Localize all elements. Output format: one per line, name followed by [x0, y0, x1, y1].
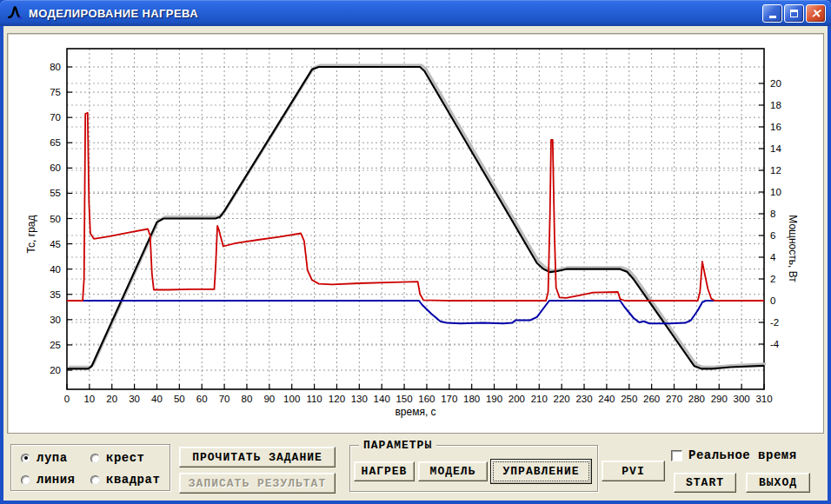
- y-right-tick-label: 8: [770, 209, 775, 219]
- y-right-tick-label: 16: [770, 122, 781, 132]
- client-area: 20253035404550556065707580-4-20246810121…: [3, 26, 828, 501]
- x-tick-label: 170: [441, 394, 457, 404]
- start-button[interactable]: START: [674, 473, 736, 493]
- x-tick-label: 130: [351, 394, 368, 404]
- y-left-axis-title: Тс, град: [25, 215, 37, 253]
- y-left-tick-label: 25: [50, 340, 61, 350]
- x-tick-label: 310: [755, 394, 772, 404]
- checkbox-icon: [671, 450, 682, 461]
- realtime-checkbox[interactable]: Реальное время: [671, 448, 797, 462]
- exit-button[interactable]: ВЫХОД: [746, 473, 810, 493]
- x-tick-label: 190: [486, 394, 502, 404]
- x-tick-label: 0: [64, 394, 70, 404]
- y-right-tick-label: 4: [770, 252, 776, 262]
- x-tick-label: 100: [283, 394, 300, 404]
- radio-icon: [90, 475, 100, 485]
- control-button[interactable]: УПРАВЛЕНИЕ: [490, 459, 592, 484]
- window-controls: ×: [762, 4, 826, 23]
- y-left-tick-label: 75: [50, 87, 61, 97]
- x-tick-label: 50: [174, 394, 185, 404]
- y-right-axis-title: Мощность, Вт: [787, 215, 799, 282]
- y-left-tick-label: 30: [50, 315, 61, 325]
- x-tick-label: 180: [463, 394, 480, 404]
- y-left-tick-label: 80: [50, 62, 61, 72]
- maximize-button[interactable]: [784, 4, 804, 23]
- x-tick-label: 140: [374, 394, 390, 404]
- peak-curve-icon: [7, 4, 24, 22]
- x-tick-label: 280: [688, 394, 705, 404]
- close-button[interactable]: ×: [806, 4, 826, 23]
- close-icon: ×: [810, 7, 821, 20]
- title-bar[interactable]: МОДЕЛИРОВАНИЕ НАГРЕВА ×: [0, 0, 831, 26]
- y-right-tick-label: 10: [770, 187, 781, 197]
- x-tick-label: 70: [219, 394, 230, 404]
- y-right-tick-label: -2: [770, 317, 779, 328]
- x-axis-title: время, с: [395, 406, 435, 418]
- model-button[interactable]: МОДЕЛЬ: [418, 461, 488, 481]
- x-tick-label: 30: [129, 394, 140, 404]
- x-tick-label: 210: [531, 394, 548, 404]
- heating-button[interactable]: НАГРЕВ: [354, 461, 415, 481]
- y-right-tick-label: 2: [770, 274, 775, 284]
- y-right-tick-label: 20: [770, 78, 781, 89]
- chart-panel: 20253035404550556065707580-4-20246810121…: [7, 33, 824, 434]
- y-left-tick-label: 70: [50, 112, 61, 123]
- y-right-tick-label: 18: [770, 100, 781, 110]
- x-tick-label: 20: [106, 394, 117, 404]
- x-tick-label: 290: [711, 394, 728, 404]
- radio-icon: [90, 454, 100, 463]
- minimize-icon: [769, 16, 776, 18]
- x-tick-label: 110: [306, 394, 322, 404]
- radio-magnifier[interactable]: лупа: [21, 452, 68, 464]
- x-tick-label: 80: [242, 394, 253, 404]
- x-tick-label: 90: [263, 394, 275, 404]
- app-window: МОДЕЛИРОВАНИЕ НАГРЕВА × 2025303540455055…: [0, 0, 831, 504]
- x-tick-label: 40: [151, 394, 163, 404]
- y-right-tick-label: 6: [770, 230, 775, 241]
- y-left-tick-label: 40: [50, 264, 61, 275]
- radio-icon: [21, 475, 30, 485]
- parameters-group-label: ПАРАМЕТРЫ: [359, 439, 436, 452]
- x-tick-label: 150: [396, 394, 412, 404]
- x-tick-label: 250: [621, 394, 637, 404]
- x-tick-label: 60: [196, 394, 208, 404]
- y-right-tick-label: 12: [770, 165, 781, 176]
- minimize-button[interactable]: [762, 4, 782, 23]
- y-right-tick-label: 0: [770, 295, 775, 306]
- power-curve: [67, 113, 764, 301]
- y-left-tick-label: 20: [50, 365, 61, 375]
- x-tick-label: 300: [734, 394, 750, 404]
- y-left-tick-label: 60: [50, 162, 61, 173]
- setpoint-shadow-curve: [69, 65, 766, 367]
- x-tick-label: 220: [554, 394, 570, 404]
- radio-square[interactable]: квадрат: [90, 474, 160, 486]
- x-tick-label: 270: [666, 394, 682, 404]
- pvi-button[interactable]: PVI: [602, 461, 665, 481]
- radio-cross[interactable]: крест: [90, 452, 145, 464]
- maximize-icon: [790, 10, 798, 17]
- x-tick-label: 240: [598, 394, 615, 404]
- y-right-tick-label: -4: [770, 339, 780, 349]
- write-result-button[interactable]: ЗАПИСАТЬ РЕЗУЛЬТАТ: [179, 473, 336, 494]
- window-title: МОДЕЛИРОВАНИЕ НАГРЕВА: [29, 7, 762, 20]
- x-tick-label: 120: [329, 394, 345, 404]
- read-task-button[interactable]: ПРОЧИТАТЬ ЗАДАНИЕ: [179, 447, 336, 468]
- mode-selector-group: лупа крест линия квадрат: [10, 444, 170, 491]
- y-right-tick-label: 14: [770, 143, 781, 154]
- y-left-tick-label: 35: [50, 289, 61, 300]
- y-left-tick-label: 55: [50, 188, 61, 198]
- x-tick-label: 260: [643, 394, 660, 404]
- chart-canvas[interactable]: 20253035404550556065707580-4-20246810121…: [8, 34, 823, 433]
- y-left-tick-label: 50: [50, 214, 61, 224]
- x-tick-label: 200: [509, 394, 525, 404]
- x-tick-label: 10: [83, 394, 95, 404]
- y-left-tick-label: 45: [50, 239, 61, 249]
- x-tick-label: 230: [575, 394, 592, 404]
- radio-line[interactable]: линия: [21, 474, 76, 486]
- radio-icon: [21, 454, 30, 463]
- y-left-tick-label: 65: [50, 137, 61, 148]
- x-tick-label: 160: [418, 394, 435, 404]
